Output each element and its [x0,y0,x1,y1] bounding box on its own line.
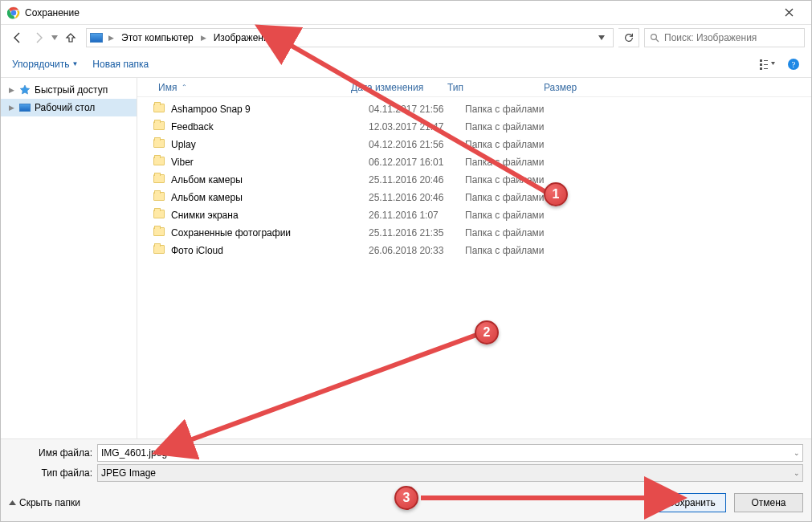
sidebar-label: Быстрый доступ [35,84,108,96]
file-row[interactable]: Uplay04.12.2016 21:56Папка с файлами [137,136,811,153]
svg-rect-8 [760,67,762,70]
chevron-icon: ▶ [106,34,116,42]
file-list: Имя ⌃ Дата изменения Тип Размер Ashampoo… [137,78,811,438]
chevron-up-icon [9,497,16,508]
this-pc-icon [90,33,103,43]
folder-icon [153,245,166,256]
search-box[interactable] [644,28,805,47]
file-name: Uplay [171,139,364,150]
file-row[interactable]: Фото iCloud26.06.2018 20:33Папка с файла… [137,242,811,259]
search-icon [650,33,659,43]
column-size[interactable]: Размер [539,82,603,93]
column-name[interactable]: Имя ⌃ [153,82,346,93]
up-button[interactable] [60,28,81,47]
file-name: Viber [171,157,364,168]
folder-icon [153,139,166,150]
file-name: Альбом камеры [171,174,364,186]
sort-indicator-icon: ⌃ [182,84,187,91]
chrome-icon [7,6,20,19]
svg-rect-7 [764,64,768,65]
folder-icon [153,157,166,168]
file-name: Снимки экрана [171,210,364,221]
column-date[interactable]: Дата изменения [346,82,443,93]
svg-rect-6 [760,63,762,66]
sidebar-item-quick-access[interactable]: ▶ Быстрый доступ [1,81,137,99]
filetype-label: Тип файла: [1,467,97,479]
new-folder-button[interactable]: Новая папка [88,55,153,73]
file-date: 06.12.2017 16:01 [364,157,460,168]
breadcrumb-current[interactable]: Изображения [212,32,275,43]
file-type: Папка с файлами [460,139,557,150]
chevron-down-icon[interactable]: ⌄ [794,449,800,457]
folder-icon [153,104,166,115]
file-type: Папка с файлами [460,174,557,186]
desktop-icon [18,102,31,113]
file-name: Feedback [171,121,364,133]
folder-icon [153,227,166,239]
file-row[interactable]: Viber06.12.2017 16:01Папка с файлами [137,153,811,171]
save-dialog: Сохранение ▶ Этот компьютер ▶ Изображени… [0,0,812,522]
filetype-value: JPEG Image [101,467,156,479]
address-dropdown[interactable] [594,29,610,47]
search-input[interactable] [663,31,799,44]
forward-button[interactable] [28,28,49,47]
svg-point-3 [651,35,657,40]
hide-folders-toggle[interactable]: Скрыть папки [9,497,80,508]
file-type: Папка с файлами [460,227,557,239]
file-name: Ashampoo Snap 9 [171,104,364,115]
organize-label: Упорядочить [12,59,69,70]
svg-text:?: ? [792,59,796,69]
file-name: Сохраненные фотографии [171,227,364,239]
expand-icon[interactable]: ▶ [7,104,15,112]
body: ▶ Быстрый доступ ▶ Рабочий стол Имя ⌃ Да… [1,78,811,438]
star-icon [18,84,31,96]
filetype-select[interactable]: JPEG Image ⌄ [97,464,803,482]
file-row[interactable]: Feedback12.03.2017 21:47Папка с файлами [137,118,811,136]
toolbar: Упорядочить ▼ Новая папка ? [1,51,811,78]
refresh-button[interactable] [618,28,639,47]
folder-icon [153,121,166,133]
save-button[interactable]: Сохранить [657,493,726,512]
file-row[interactable]: Альбом камеры25.11.2016 20:46Папка с фай… [137,171,811,189]
svg-rect-9 [764,68,768,69]
file-date: 12.03.2017 21:47 [364,121,460,133]
breadcrumb-root[interactable]: Этот компьютер [120,32,195,43]
file-type: Папка с файлами [460,157,557,168]
file-date: 25.11.2016 20:46 [364,192,460,203]
file-date: 25.11.2016 20:46 [364,174,460,186]
column-type[interactable]: Тип [443,82,539,93]
file-type: Папка с файлами [460,192,557,203]
view-options-button[interactable] [758,55,777,74]
file-row[interactable]: Сохраненные фотографии25.11.2016 21:35Па… [137,224,811,242]
svg-rect-5 [764,60,768,61]
file-type: Папка с файлами [460,210,557,221]
help-button[interactable]: ? [784,55,803,74]
window-title: Сохранение [25,7,80,18]
folder-icon [153,210,166,221]
filename-input[interactable]: IMG_4601.jpeg ⌄ [97,444,803,462]
organize-menu[interactable]: Упорядочить ▼ [7,55,83,73]
svg-rect-4 [760,59,762,62]
chevron-down-icon[interactable]: ⌄ [794,469,800,477]
address-bar[interactable]: ▶ Этот компьютер ▶ Изображения [86,28,614,47]
folder-icon [153,174,166,186]
file-row[interactable]: Ashampoo Snap 904.11.2017 21:56Папка с ф… [137,100,811,118]
hide-folders-label: Скрыть папки [19,497,80,508]
history-dropdown[interactable] [49,35,60,40]
close-button[interactable] [773,1,805,25]
expand-icon[interactable]: ▶ [7,86,15,94]
file-date: 25.11.2016 21:35 [364,227,460,239]
file-row[interactable]: Снимки экрана26.11.2016 1:07Папка с файл… [137,206,811,224]
nav-row: ▶ Этот компьютер ▶ Изображения [1,25,811,51]
new-folder-label: Новая папка [92,59,149,70]
sidebar-item-desktop[interactable]: ▶ Рабочий стол [1,99,137,116]
back-button[interactable] [7,28,28,47]
file-row[interactable]: Альбом камеры25.11.2016 20:46Папка с фай… [137,189,811,206]
file-date: 26.11.2016 1:07 [364,210,460,221]
titlebar: Сохранение [1,1,811,25]
file-type: Папка с файлами [460,104,557,115]
cancel-button[interactable]: Отмена [734,493,803,512]
file-date: 04.12.2016 21:56 [364,139,460,150]
bottom-panel: Имя файла: IMG_4601.jpeg ⌄ Тип файла: JP… [1,438,811,521]
filename-label: Имя файла: [1,447,97,459]
